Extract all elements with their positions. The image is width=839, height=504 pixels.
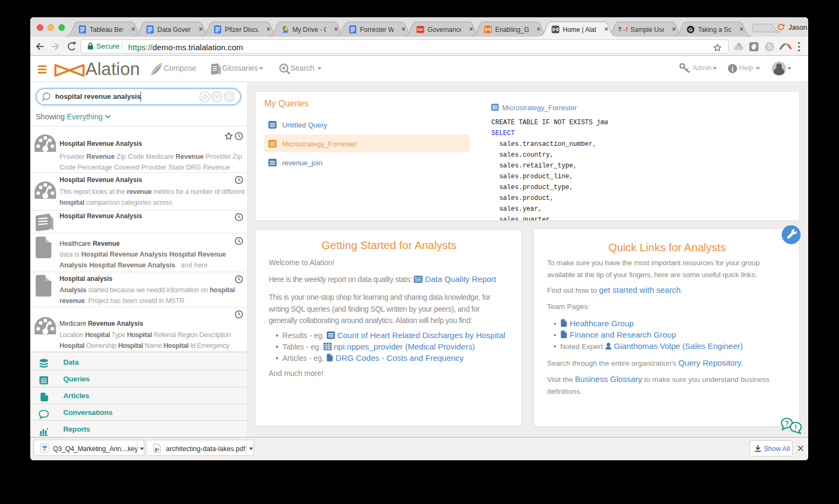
svg-text:S: S: [767, 43, 771, 51]
svg-text:!: !: [795, 423, 797, 431]
svg-text:i: i: [731, 65, 734, 73]
svg-text:?: ?: [785, 419, 789, 427]
svg-text:G: G: [689, 26, 692, 32]
svg-text:PDF: PDF: [417, 28, 424, 31]
